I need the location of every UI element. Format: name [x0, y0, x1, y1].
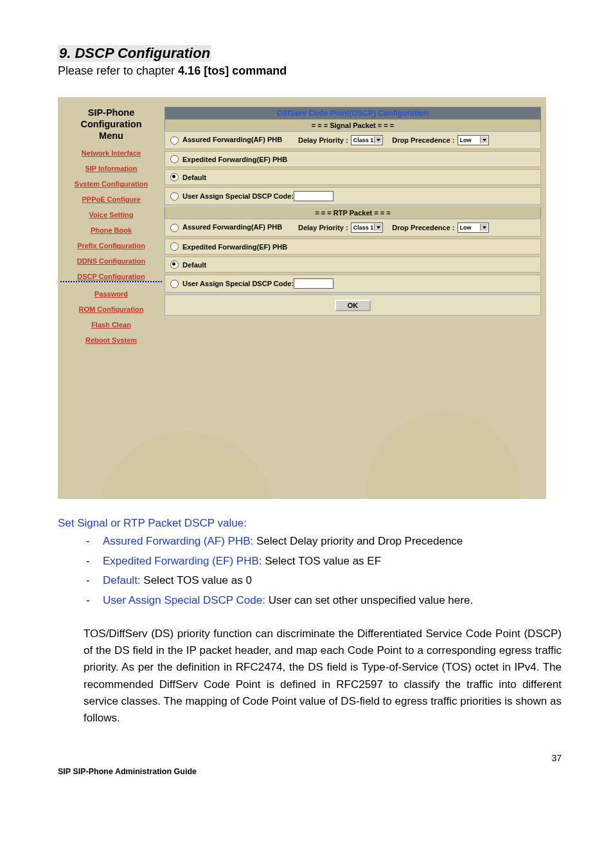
list-item: Expedited Forwarding (EF) PHB: Select TO… — [84, 554, 562, 570]
radio-icon[interactable] — [170, 280, 179, 288]
nav-voice-setting[interactable]: Voice Setting — [60, 211, 162, 219]
rtp-user-code-input[interactable] — [294, 278, 333, 289]
rtp-user-row[interactable]: User Assign Special DSCP Code: — [164, 275, 541, 293]
sidebar-title: SIP-Phone Configuration Menu — [60, 107, 162, 141]
list-item: User Assign Special DSCP Code: User can … — [84, 593, 562, 609]
rtp-drop-select[interactable]: Low — [458, 222, 489, 233]
list-item: Default: Select TOS value as 0 — [84, 573, 562, 589]
nav-sip-information[interactable]: SIP Information — [60, 165, 162, 172]
signal-delay-select[interactable]: Class 1 — [351, 135, 384, 145]
radio-icon[interactable] — [170, 242, 179, 251]
signal-user-row[interactable]: User Assign Special DSCP Code: — [164, 187, 541, 205]
ok-button[interactable]: OK — [335, 300, 371, 311]
nav-password[interactable]: Password — [60, 290, 162, 298]
nav-dscp-configuration[interactable]: DSCP Configuration — [60, 273, 162, 282]
body-intro: Set Signal or RTP Packet DSCP value: — [58, 517, 562, 530]
body-paragraph: TOS/DiffServ (DS) priority function can … — [84, 626, 562, 727]
section-signal-head: = = = Signal Packet = = = — [164, 120, 541, 131]
page-title: 9. DSCP Configuration — [58, 45, 562, 63]
nav-flash-clean[interactable]: Flash Clean — [60, 321, 162, 329]
rtp-delay-select[interactable]: Class 1 — [351, 222, 384, 233]
radio-icon[interactable] — [170, 260, 179, 269]
main-panel: DiffServ Code Point(DSCP) Configuration … — [164, 97, 546, 499]
screenshot-area: SIP-Phone Configuration Menu Network Int… — [58, 97, 546, 499]
body-list: Assured Forwarding (AF) PHB: Select Dela… — [84, 534, 562, 609]
subtitle: Please refer to chapter 4.16 [tos] comma… — [58, 64, 562, 78]
rtp-default-row[interactable]: Default — [164, 257, 541, 273]
rtp-af-row[interactable]: Assured Forwarding(AF) PHB Delay Priorit… — [164, 219, 541, 237]
page-number: 37 — [58, 753, 562, 763]
nav-prefix-configuration[interactable]: Prefix Configuration — [60, 242, 162, 249]
nav-phone-book[interactable]: Phone Book — [60, 226, 162, 234]
signal-user-code-input[interactable] — [294, 191, 333, 201]
radio-icon[interactable] — [170, 224, 179, 232]
radio-icon[interactable] — [170, 136, 179, 145]
signal-drop-select[interactable]: Low — [458, 135, 489, 145]
nav-system-configuration[interactable]: System Configuration — [60, 180, 162, 188]
radio-icon[interactable] — [170, 192, 179, 201]
panel-title: DiffServ Code Point(DSCP) Configuration — [164, 107, 541, 120]
section-rtp-head: = = = RTP Packet = = = — [164, 207, 541, 219]
nav-reboot-system[interactable]: Reboot System — [60, 336, 162, 344]
nav-pppoe-configure[interactable]: PPPoE Configure — [60, 195, 162, 203]
ok-row: OK — [164, 294, 541, 316]
nav-ddns-configuration[interactable]: DDNS Configuration — [60, 257, 162, 265]
radio-icon[interactable] — [170, 155, 179, 163]
nav-network-interface[interactable]: Network Interface — [60, 149, 162, 157]
signal-af-row[interactable]: Assured Forwarding(AF) PHB Delay Priorit… — [164, 131, 541, 149]
signal-ef-row[interactable]: Expedited Forwarding(EF) PHB — [164, 151, 541, 167]
rtp-ef-row[interactable]: Expedited Forwarding(EF) PHB — [164, 239, 541, 255]
footer: SIP SIP-Phone Administration Guide — [58, 767, 562, 776]
sidebar: SIP-Phone Configuration Menu Network Int… — [58, 97, 164, 499]
list-item: Assured Forwarding (AF) PHB: Select Dela… — [84, 534, 562, 550]
signal-default-row[interactable]: Default — [164, 169, 541, 185]
radio-icon[interactable] — [170, 173, 179, 181]
nav-rom-configuration[interactable]: ROM Configuration — [60, 305, 162, 313]
